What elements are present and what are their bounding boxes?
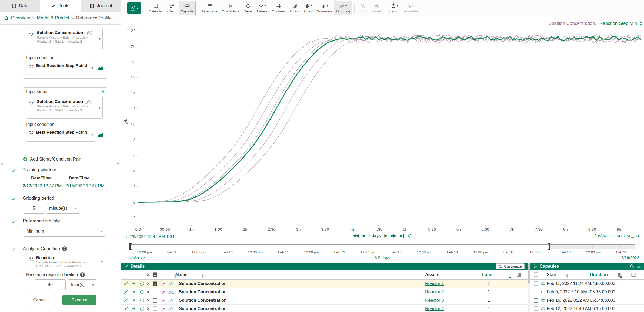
capsule-row[interactable]: Feb 11, 2022 11:24 AM 04:50:00.000 [530,280,644,288]
details-scrollbar[interactable] [528,263,530,312]
training-end-datetime[interactable]: 2/15/2022 12:47 PM [65,184,104,188]
navigate-icon[interactable] [132,298,136,303]
column-header-lane[interactable]: Lane [482,272,492,277]
column-header-assets[interactable]: Assets [425,272,439,277]
gridding-period-unit-select[interactable]: minute(s) ▾ [46,203,79,214]
navigate-icon[interactable] [132,282,136,286]
collapse-panel-icon[interactable]: « [1,160,4,166]
trend-plot[interactable]: 2220181614121086420-20.000:301h1:302h2:3… [121,16,644,232]
remove-icon[interactable]: × [147,290,150,294]
breadcrumb-model-predict[interactable]: Model & Predict [37,15,69,21]
display-range-end[interactable]: 2/15/2022 12:47 PM [592,233,630,238]
help-icon[interactable]: ? [62,246,67,251]
collapse-panel-icon[interactable]: « [117,160,120,166]
add-column-icon[interactable] [618,272,623,277]
trend-view-dropdown[interactable]: ▾ [127,2,141,14]
info-icon[interactable] [140,307,144,311]
sort-icon[interactable] [201,274,204,278]
toolbar-button-summary[interactable]: ▾ Summary [315,1,334,15]
preview-trend-button[interactable] [98,131,104,138]
remove-icon[interactable]: × [147,282,150,286]
reference-statistic-select[interactable]: Minimum ▾ [24,226,105,237]
timeline-selected-range[interactable] [130,245,550,249]
asset-link[interactable]: Reactor 4 [425,306,444,311]
step-to-now-icon[interactable]: ▶ [400,233,404,238]
training-start-datetime[interactable]: 2/12/2022 12:47 PM [23,184,62,188]
step-forward-half-icon[interactable]: ▶ [384,233,387,238]
toolbar-button-capsule[interactable]: Capsule [179,1,196,15]
info-icon[interactable] [140,298,144,303]
timeline-bar[interactable] [129,244,635,249]
toolbar-button-dimming[interactable]: ▾ Dimming [334,1,352,15]
home-icon[interactable] [4,16,9,21]
row-checkbox[interactable] [153,298,157,303]
input-signal-select-1[interactable]: Solution Concentration (g/L) Sample Asse… [26,28,103,50]
column-header-duration[interactable]: Duration [590,272,608,277]
timeline-start-date[interactable]: 2/8/2022 [129,256,145,260]
details-row[interactable]: × g/L Solution Concentration Reactor 4 1 [121,305,528,312]
customize-button[interactable]: Customize [496,263,525,269]
toolbar-button-one-y-axis[interactable]: One Y-Axis [220,1,241,15]
details-row[interactable]: × g/L Solution Concentration Reactor 3 1 [121,296,528,305]
edit-icon[interactable] [124,290,128,294]
tab-tools[interactable]: Tools [40,0,80,12]
input-signal-select-2[interactable]: Solution Concentration (g/L) Sample Asse… [26,97,103,119]
asset-link[interactable]: Reactor 1 [425,281,444,286]
step-back-half-icon[interactable]: ◀ [362,233,365,238]
cancel-button[interactable]: Cancel [24,295,56,305]
max-capsule-duration-input[interactable] [35,279,66,290]
execute-button[interactable]: Execute [62,295,96,305]
max-capsule-duration-unit-select[interactable]: hour(s) ▾ [68,279,96,290]
sort-icon[interactable] [566,274,569,278]
row-checkbox[interactable] [534,282,538,286]
column-config-icon[interactable] [516,272,521,277]
row-checkbox[interactable] [153,307,157,311]
tab-data[interactable]: Data [0,0,40,12]
row-checkbox[interactable] [153,282,157,286]
select-all-checkbox[interactable] [534,273,538,277]
navigate-icon[interactable] [132,307,136,311]
toolbar-button-chain[interactable]: Chain [165,1,179,15]
capsule-row[interactable]: Feb 12, 2022 11:40 AM 06:16:00.000 [530,305,644,312]
toolbar-button-labels[interactable]: ▾ Labels [255,1,269,15]
column-config-icon[interactable] [631,272,636,277]
asset-link[interactable]: Reactor 3 [425,298,444,303]
column-header-start[interactable]: Start [547,272,556,277]
edit-icon[interactable] [124,282,128,286]
info-icon[interactable] [140,282,144,286]
menu-icon[interactable] [637,264,641,269]
remove-all-icon[interactable]: × [147,273,150,277]
toolbar-button-calendar[interactable]: Calendar [146,1,165,15]
toolbar-button-reset-axes[interactable]: Reset [241,1,255,15]
details-row[interactable]: × g/L Solution Concentration Reactor 2 1 [121,288,528,296]
input-condition-select-1[interactable]: Best Reaction Step Rctr 2 ▾ [26,61,95,75]
row-checkbox[interactable] [534,307,538,311]
step-forward-full-icon[interactable]: ▶▶ [391,233,396,238]
preview-trend-button[interactable] [98,65,104,71]
column-header-name[interactable]: Name [176,272,188,277]
toolbar-button-export[interactable]: ▾ Export [387,1,402,15]
tab-journal[interactable]: Journal [81,0,121,12]
navigate-icon[interactable] [132,290,136,294]
asset-link[interactable]: Reactor 2 [425,290,444,294]
refresh-icon[interactable] [407,233,412,238]
capsule-row[interactable]: Feb 10, 2022 8:22 AM 05:34:00.000 [530,296,644,305]
toolbar-button-color[interactable]: ▾ Color [302,1,315,15]
row-checkbox[interactable] [534,290,538,294]
apply-to-condition-select[interactable]: Reaction Sample Assets » Batch Products … [26,253,105,269]
remove-pair-icon[interactable]: × [101,89,105,94]
edit-icon[interactable] [124,298,128,303]
gridding-period-input[interactable] [24,203,44,214]
help-icon[interactable]: ? [80,272,85,277]
display-range-duration-button[interactable]: 7 days [368,233,381,238]
breadcrumb-overview[interactable]: Overview [11,15,30,21]
timezone-link[interactable]: EST [632,233,640,238]
timeline-right-handle[interactable] [549,243,550,250]
timeline-left-handle[interactable] [129,243,131,250]
edit-icon[interactable] [124,307,128,311]
remove-icon[interactable]: × [147,307,150,311]
details-row[interactable]: × g/L Solution Concentration Reactor 1 1 [121,280,528,288]
row-checkbox[interactable] [534,298,538,303]
timezone-link[interactable]: EST [167,234,175,239]
display-range-start[interactable]: 2/8/2022 12:47 PM [129,234,165,239]
